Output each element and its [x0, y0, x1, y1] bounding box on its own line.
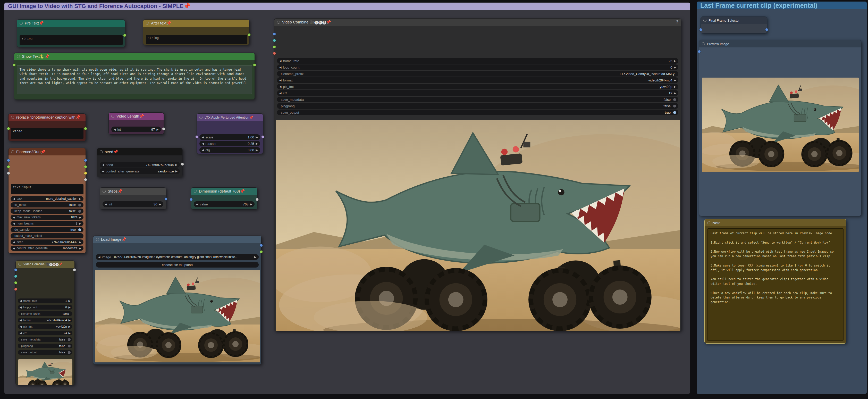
collapse-toggle-icon[interactable] — [11, 116, 14, 119]
output-slot-dot[interactable] — [84, 127, 87, 130]
increment-arrow-icon[interactable]: ▶ — [254, 256, 256, 258]
collapse-toggle-icon[interactable] — [100, 150, 103, 153]
input-slot-dot[interactable] — [7, 165, 10, 168]
widget-format[interactable]: ◀ format video/h264-mp4 ▶ — [18, 318, 72, 323]
decrement-arrow-icon[interactable]: ◀ — [20, 306, 22, 309]
decrement-arrow-icon[interactable]: ◀ — [279, 66, 281, 69]
input-slot-dot[interactable] — [195, 135, 198, 139]
collapse-toggle-icon[interactable] — [18, 263, 21, 266]
increment-arrow-icon[interactable]: ▶ — [256, 149, 258, 152]
widget-num-beams[interactable]: ◀ num_beams 3 ▶ — [10, 221, 84, 226]
widget-pix-fmt[interactable]: ◀ pix_fmt yuv420p ▶ — [277, 84, 678, 89]
increment-arrow-icon[interactable]: ▶ — [674, 60, 676, 62]
node-dimension[interactable]: Dimension (default 768)📌 ◀ value 768 ▶ — [191, 187, 257, 210]
widget-rescale[interactable]: ◀ rescale 0.25 ▶ — [199, 141, 260, 146]
increment-arrow-icon[interactable]: ▶ — [674, 79, 676, 82]
collapse-toggle-icon[interactable] — [102, 190, 105, 193]
widget-image-combo[interactable]: ◀ image 02627-1499186260-imagine a cyber… — [96, 254, 259, 260]
node-titlebar[interactable]: Show Text🐍📌 — [14, 53, 254, 60]
decrement-arrow-icon[interactable]: ◀ — [279, 79, 281, 82]
decrement-arrow-icon[interactable]: ◀ — [13, 197, 15, 200]
input-slot-dot[interactable] — [7, 127, 10, 130]
widget-scale[interactable]: ◀ scale 1.00 ▶ — [199, 134, 260, 140]
node-titlebar[interactable]: After text📌 — [143, 20, 249, 27]
increment-arrow-icon[interactable]: ▶ — [176, 170, 178, 173]
increment-arrow-icon[interactable]: ▶ — [79, 247, 81, 250]
video-combine-small-preview[interactable] — [18, 359, 72, 385]
output-slot-dot[interactable] — [162, 127, 165, 130]
input-slot-dot[interactable] — [7, 159, 10, 162]
decrement-arrow-icon[interactable]: ◀ — [202, 149, 204, 152]
widget-max-new-tokens[interactable]: ◀ max_new_tokens 1024 ▶ — [10, 215, 84, 220]
decrement-arrow-icon[interactable]: ◀ — [20, 325, 22, 328]
widget-loop-count[interactable]: ◀ loop_count 0 ▶ — [18, 305, 72, 310]
increment-arrow-icon[interactable]: ▶ — [674, 85, 676, 88]
widget-save-metadata[interactable]: save_metadata false — [18, 337, 72, 342]
collapse-toggle-icon[interactable] — [146, 22, 149, 25]
upload-button[interactable]: choose file to upload — [96, 262, 259, 268]
output-slot-dot[interactable] — [248, 33, 251, 36]
increment-arrow-icon[interactable]: ▶ — [250, 203, 252, 206]
decrement-arrow-icon[interactable]: ◀ — [20, 319, 22, 322]
widget-cfg[interactable]: ◀ cfg 3.00 ▶ — [199, 147, 260, 153]
output-slot-dot[interactable] — [261, 135, 264, 139]
input-slot-dot[interactable] — [273, 52, 276, 55]
collapse-toggle-icon[interactable] — [707, 221, 710, 224]
comfyui-canvas[interactable]: GUI Image to Video with STG and Florence… — [0, 0, 868, 399]
widget-filename-prefix[interactable]: filename_prefix LTXVideo_ComfyUI_%date:d… — [277, 71, 678, 76]
decrement-arrow-icon[interactable]: ◀ — [279, 85, 281, 88]
decrement-arrow-icon[interactable]: ◀ — [20, 300, 22, 302]
widget-format[interactable]: ◀ format video/h264-mp4 ▶ — [277, 77, 678, 83]
decrement-arrow-icon[interactable]: ◀ — [202, 136, 204, 139]
widget-int[interactable]: ◀ int 97 ▶ — [111, 127, 161, 132]
output-slot-dot[interactable] — [73, 268, 76, 271]
node-titlebar[interactable]: replace "photo/image" caption with📌 — [8, 114, 86, 121]
decrement-arrow-icon[interactable]: ◀ — [20, 332, 22, 335]
widget-crf[interactable]: ◀ crf 19 ▶ — [277, 90, 678, 96]
decrement-arrow-icon[interactable]: ◀ — [102, 163, 104, 166]
preview-image-display[interactable] — [702, 78, 859, 172]
increment-arrow-icon[interactable]: ▶ — [256, 136, 258, 139]
increment-arrow-icon[interactable]: ▶ — [674, 92, 676, 95]
node-steps[interactable]: Steps📌 ◀ int 30 ▶ — [100, 187, 166, 210]
collapse-toggle-icon[interactable] — [96, 238, 99, 241]
widget-crf[interactable]: ◀ crf 24 ▶ — [18, 331, 72, 335]
node-titlebar[interactable]: Pre Text📌 — [17, 20, 125, 27]
increment-arrow-icon[interactable]: ▶ — [68, 332, 71, 335]
output-slot-dot[interactable] — [253, 63, 256, 66]
widget-int[interactable]: ◀ int 30 ▶ — [102, 201, 163, 207]
collapse-toggle-icon[interactable] — [194, 190, 197, 193]
node-video-combine-small[interactable]: Video Combine 🎥🅥🅗🅢📌 ◀ frame_rate 1 ▶ ◀ l… — [16, 260, 75, 385]
node-after-text[interactable]: After text📌 string — [143, 19, 249, 45]
node-titlebar[interactable]: Florence2Run📌 — [8, 148, 86, 155]
decrement-arrow-icon[interactable]: ◀ — [279, 92, 281, 95]
collapse-toggle-icon[interactable] — [111, 115, 114, 118]
node-final-frame-selector[interactable]: Final Frame Selector — [701, 17, 767, 33]
node-florence2run[interactable]: Florence2Run📌 text_input ◀ task more_det… — [8, 148, 86, 254]
decrement-arrow-icon[interactable]: ◀ — [114, 128, 116, 131]
collapse-toggle-icon[interactable] — [703, 19, 707, 22]
increment-arrow-icon[interactable]: ▶ — [79, 241, 81, 244]
widget-do-sample[interactable]: do_sample true — [10, 227, 84, 232]
widget-control-after-generate[interactable]: ◀ control_after_generate randomize ▶ — [10, 246, 84, 251]
collapse-toggle-icon[interactable] — [17, 55, 20, 58]
output-slot-dot[interactable] — [84, 165, 87, 168]
widget-frame-rate[interactable]: ◀ frame_rate 1 ▶ — [18, 299, 72, 303]
increment-arrow-icon[interactable]: ▶ — [68, 306, 71, 309]
node-video-length[interactable]: Video Length📌 ◀ int 97 ▶ — [108, 112, 164, 134]
collapse-toggle-icon[interactable] — [11, 150, 14, 153]
node-titlebar[interactable]: Video Combine 🎥🅥🅗🅢📌 — [16, 260, 74, 268]
node-titlebar[interactable]: Load Image📌 — [93, 236, 261, 243]
collapse-toggle-icon[interactable] — [20, 22, 23, 25]
text-input-field[interactable]: text_input — [11, 184, 84, 194]
node-load-image[interactable]: Load Image📌 ◀ image 02627-1499186260-ima… — [93, 236, 261, 365]
increment-arrow-icon[interactable]: ▶ — [674, 66, 676, 69]
load-image-preview[interactable] — [95, 270, 260, 362]
increment-arrow-icon[interactable]: ▶ — [68, 325, 71, 328]
increment-arrow-icon[interactable]: ▶ — [256, 142, 258, 145]
pre-text-input[interactable]: string — [20, 35, 123, 45]
input-slot-dot[interactable] — [14, 275, 17, 278]
input-slot-dot[interactable] — [12, 63, 16, 66]
output-slot-dot[interactable] — [123, 34, 126, 37]
node-video-combine-large[interactable]: Video Combine 🎥🅥🅗🅢📌 ? ◀ frame_rate 25 ▶ … — [274, 18, 681, 331]
